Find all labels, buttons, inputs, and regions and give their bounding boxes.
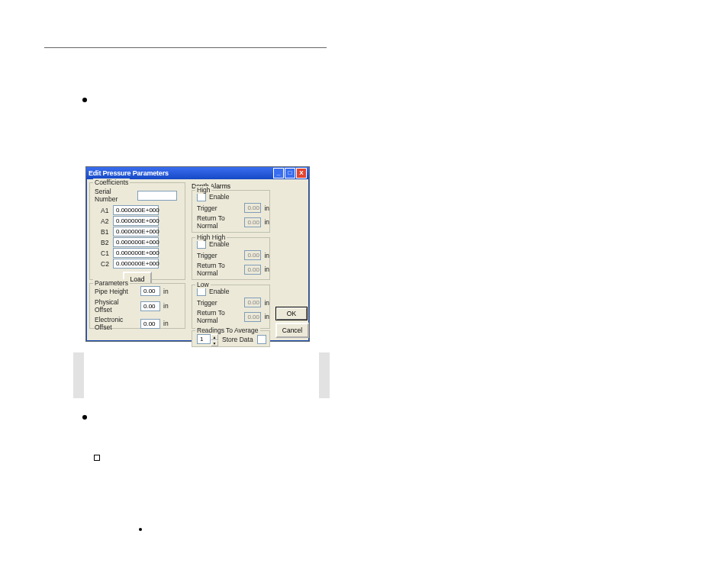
trigger-label: Trigger [197, 204, 241, 212]
physical-offset-label: Physical Offset [95, 298, 137, 314]
group-legend: High [195, 186, 211, 194]
enable-label: Enable [209, 288, 229, 295]
high-return-input: 0.00 [244, 217, 261, 227]
trigger-label: Trigger [197, 252, 241, 259]
coeff-input-a1[interactable]: 0.000000E+000 [113, 205, 159, 215]
title-bar[interactable]: Edit Pressure Parameters _ □ X [86, 167, 309, 179]
pipe-height-label: Pipe Height [95, 288, 137, 295]
group-legend: Low [195, 281, 211, 288]
minimize-button[interactable]: _ [273, 168, 284, 179]
dot-bullet-icon [139, 528, 142, 531]
store-data-checkbox[interactable] [257, 335, 266, 344]
unit-label: in [264, 299, 269, 307]
maximize-icon: □ [288, 170, 292, 176]
bullet-icon [82, 415, 87, 420]
group-legend: Parameters [93, 279, 130, 287]
unit-label: in [264, 313, 269, 320]
callout-bar [319, 352, 330, 398]
window-controls: _ □ X [273, 168, 307, 179]
highhigh-return-input: 0.00 [244, 265, 261, 275]
coeff-input-b2[interactable]: 0.000000E+000 [113, 237, 159, 247]
ok-button[interactable]: OK [275, 307, 308, 320]
readings-value[interactable]: 1 [197, 334, 211, 344]
dialog-buttons: OK Cancel [275, 307, 306, 338]
page: Edit Pressure Parameters _ □ X Coefficie… [0, 0, 728, 563]
minimize-icon: _ [277, 170, 280, 176]
group-alarm-high: High Enable Trigger0.00in Return To Norm… [192, 190, 270, 233]
unit-label: in [264, 218, 269, 226]
coeff-label-c1: C1 [101, 249, 110, 257]
dialog-edit-pressure-parameters: Edit Pressure Parameters _ □ X Coefficie… [85, 166, 310, 342]
electronic-offset-label: Electronic Offset [95, 316, 137, 331]
close-icon: X [299, 170, 303, 176]
unit-label: in [264, 265, 269, 273]
store-data-label: Store Data [222, 336, 253, 343]
group-legend: Coefficients [93, 179, 130, 186]
square-bullet-icon [94, 455, 100, 461]
window-title: Edit Pressure Parameters [89, 169, 169, 177]
return-label: Return To Normal [197, 214, 241, 230]
coeff-label-a1: A1 [101, 207, 110, 214]
bullet-icon [82, 98, 87, 102]
enable-label: Enable [209, 240, 229, 248]
unit-label: in [163, 288, 169, 295]
coeff-input-b1[interactable]: 0.000000E+000 [113, 227, 159, 236]
callout-bar [73, 352, 84, 398]
serial-number-input[interactable] [137, 191, 177, 201]
unit-label: in [163, 302, 169, 310]
unit-label: in [264, 252, 269, 259]
spinner-up-icon[interactable]: ▲ [211, 334, 218, 340]
unit-label: in [163, 320, 169, 327]
close-button[interactable]: X [296, 168, 307, 179]
trigger-label: Trigger [197, 299, 241, 307]
enable-label: Enable [209, 193, 229, 201]
serial-number-label: Serial Number [95, 188, 134, 203]
cancel-button[interactable]: Cancel [275, 323, 309, 338]
coeff-label-a2: A2 [101, 217, 110, 225]
group-legend: Readings To Average [195, 327, 260, 334]
group-legend: High High [195, 233, 227, 241]
coeff-input-a2[interactable]: 0.000000E+000 [113, 216, 159, 226]
coeff-input-c2[interactable]: 0.000000E+000 [113, 259, 159, 269]
group-readings-to-average: Readings To Average 1 ▲ ▼ Store Data [192, 330, 270, 347]
return-label: Return To Normal [197, 309, 241, 324]
coeff-label-b1: B1 [101, 228, 110, 236]
group-parameters: Parameters Pipe Height 0.00 in Physical … [89, 283, 185, 329]
pipe-height-input[interactable]: 0.00 [140, 286, 160, 296]
spinner-buttons: ▲ ▼ [211, 334, 218, 344]
physical-offset-input[interactable]: 0.00 [140, 301, 160, 311]
low-trigger-input: 0.00 [244, 298, 261, 307]
electronic-offset-input[interactable]: 0.00 [140, 319, 160, 329]
highhigh-trigger-input: 0.00 [244, 250, 261, 260]
section-divider [44, 47, 327, 48]
return-label: Return To Normal [197, 262, 241, 277]
coeff-label-c2: C2 [101, 260, 110, 268]
group-alarm-low: Low Enable Trigger0.00in Return To Norma… [192, 285, 270, 329]
readings-spinner[interactable]: 1 ▲ ▼ [197, 334, 218, 344]
coeff-input-c1[interactable]: 0.000000E+000 [113, 248, 159, 258]
unit-label: in [264, 204, 269, 212]
dialog-client-area: Coefficients Serial Number A10.000000E+0… [86, 179, 309, 341]
low-return-input: 0.00 [244, 312, 261, 322]
high-trigger-input: 0.00 [244, 203, 261, 213]
maximize-button[interactable]: □ [285, 168, 295, 179]
group-alarm-high-high: High High Enable Trigger0.00in Return To… [192, 237, 270, 280]
coeff-label-b2: B2 [101, 239, 110, 246]
group-coefficients: Coefficients Serial Number A10.000000E+0… [89, 182, 185, 280]
spinner-down-icon[interactable]: ▼ [211, 340, 218, 346]
